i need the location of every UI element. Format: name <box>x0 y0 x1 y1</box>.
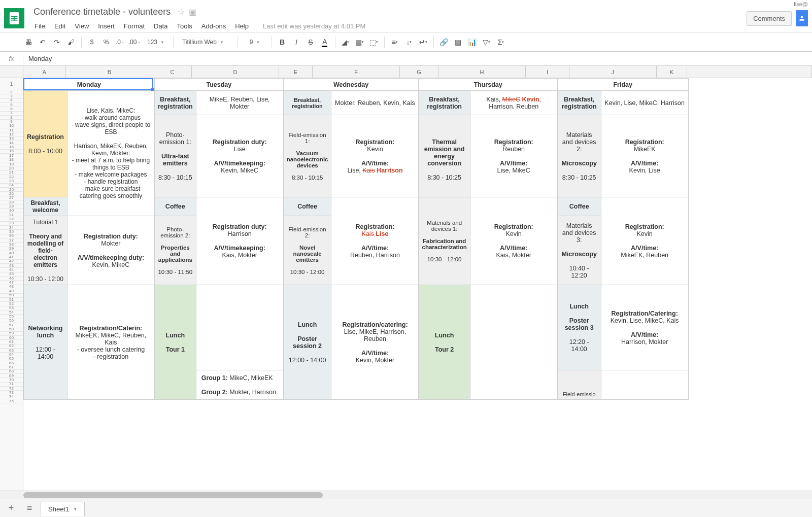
sheets-logo[interactable] <box>4 8 24 28</box>
strike-icon[interactable]: S <box>304 36 317 48</box>
bold-icon[interactable]: B <box>276 36 288 48</box>
comments-button[interactable]: Comments <box>747 11 792 26</box>
dec-increase-btn[interactable]: .00→ <box>128 36 141 48</box>
cell-thu-empty[interactable] <box>470 285 557 400</box>
cell-mon-notes[interactable]: Lise, Kais, MikeC: - walk around campus … <box>67 91 154 216</box>
paint-format-icon[interactable]: 🖌 <box>65 36 77 48</box>
add-sheet-icon[interactable]: + <box>4 501 18 515</box>
halign-icon[interactable]: ≡▾ <box>389 36 401 48</box>
cell-thu-sess1[interactable]: Thermal emission and energy conversion8:… <box>419 115 470 197</box>
valign-icon[interactable]: ↓▾ <box>403 36 415 48</box>
functions-icon[interactable]: Σ▾ <box>495 36 507 48</box>
text-color-icon[interactable]: A <box>319 36 331 48</box>
menu-view[interactable]: View <box>71 20 93 32</box>
cell-wed-breakfast-people[interactable]: Mokter, Reuben, Kevin, Kais <box>331 91 419 115</box>
menu-data[interactable]: Data <box>150 20 172 32</box>
cell-fri-sess1[interactable]: Materials and devices 2:Microscopy8:30 -… <box>557 115 601 197</box>
cell-fri-sess1-people[interactable]: Registration:MikeEKA/V/time:Kevin, Lise <box>601 115 688 197</box>
col-header-G[interactable]: G <box>400 66 438 78</box>
cell-thu-lunch[interactable]: LunchTour 2 <box>419 285 470 400</box>
cell-tue-sess2-people[interactable]: Registration duty:HarrisonA/V/timekeepin… <box>196 197 283 285</box>
cell-wed-sess2-people[interactable]: Registration:Kais LiseA/V/time:Reuben, H… <box>331 197 419 285</box>
cell-thu-sess1-people[interactable]: Registration:ReubenA/V/time:Lise, MikeC <box>470 115 557 197</box>
fill-color-icon[interactable]: ◢▾ <box>340 36 352 48</box>
font-select[interactable]: Titillium Web▼ <box>178 38 233 46</box>
cell-thu-sess2[interactable]: Materials and devices 1:Fabrication and … <box>419 197 470 285</box>
menu-insert[interactable]: Insert <box>94 20 119 32</box>
link-icon[interactable]: 🔗 <box>438 36 450 48</box>
select-all-corner[interactable] <box>0 66 23 78</box>
cell-fri-sess2[interactable]: Materials and devices 3:Microscopy10:40 … <box>557 216 601 285</box>
formula-input[interactable]: Monday <box>23 55 812 62</box>
col-header-C[interactable]: C <box>153 66 192 78</box>
col-header-J[interactable]: J <box>569 66 657 78</box>
cell-fri-coffee[interactable]: Coffee <box>557 197 601 216</box>
menu-addons[interactable]: Add-ons <box>197 20 230 32</box>
currency-btn[interactable]: $ <box>86 36 98 48</box>
cell-tue-sess1-people[interactable]: Registration duty:LiseA/V/timekeeping:Ke… <box>196 115 283 197</box>
percent-btn[interactable]: % <box>100 36 112 48</box>
cell-wed-sess2[interactable]: Field-emission 2:Novel nanoscale emitter… <box>283 216 331 285</box>
day-header-tue[interactable]: Tuesday <box>154 79 283 91</box>
row-headers[interactable]: 1234567891011121314151617181920212223242… <box>0 66 23 491</box>
row-header-75[interactable]: 75 <box>0 399 23 403</box>
cell-wed-lunch[interactable]: LunchPoster session 212:00 - 14:00 <box>283 285 331 400</box>
menu-edit[interactable]: Edit <box>50 20 70 32</box>
col-header-K[interactable]: K <box>657 66 687 78</box>
cell-mon-breakfast[interactable]: Breakfast, welcome <box>24 197 67 216</box>
menu-file[interactable]: File <box>30 20 49 32</box>
cell-tue-breakfast-people[interactable]: MikeE, Reuben, Lise, Mokter <box>196 91 283 115</box>
col-header-A[interactable]: A <box>23 66 66 78</box>
cell-tue-sess2[interactable]: Photo-emission 2:Properties and applicat… <box>154 216 196 285</box>
col-header-I[interactable]: I <box>526 66 569 78</box>
cell-fri-sess2-people[interactable]: Registration:KevinA/V/time:MikeEK, Reube… <box>601 197 688 285</box>
cell-wed-breakfast[interactable]: Breakfast, registration <box>283 91 331 115</box>
cell-tue-groups[interactable]: Group 1: MikeC, MikeEKGroup 2: Mokter, H… <box>196 370 283 400</box>
doc-title[interactable]: Conference timetable - volunteers <box>30 6 174 18</box>
day-header-thu[interactable]: Thursday <box>419 79 557 91</box>
cell-fri-lunch[interactable]: LunchPoster session 312:20 - 14:00 <box>557 285 601 370</box>
cell-fri-breakfast-people[interactable]: Kevin, Lise, MikeC, Harrison <box>601 91 688 115</box>
day-header-wed[interactable]: Wednesday <box>283 79 419 91</box>
star-icon[interactable]: ☆ <box>178 7 185 17</box>
col-header-D[interactable]: D <box>192 66 279 78</box>
cell-wed-coffee[interactable]: Coffee <box>283 197 331 216</box>
merge-icon[interactable]: ⬚▾ <box>368 36 380 48</box>
redo-icon[interactable]: ↷ <box>51 36 63 48</box>
menu-help[interactable]: Help <box>231 20 253 32</box>
sheet-tab-1[interactable]: Sheet1▼ <box>41 502 85 516</box>
cell-tue-coffee[interactable]: Coffee <box>154 197 196 216</box>
print-icon[interactable]: 🖶 <box>22 36 35 48</box>
row-header-1[interactable]: 1 <box>0 78 23 90</box>
col-header-B[interactable]: B <box>66 66 153 78</box>
comment-icon[interactable]: ▤ <box>452 36 464 48</box>
col-header-F[interactable]: F <box>313 66 400 78</box>
num-format-select[interactable]: 123▼ <box>143 38 169 46</box>
cell-thu-breakfast-people[interactable]: Kais, MikeC Kevin, Harrison, Reuben <box>470 91 557 115</box>
cell-fri-lunch-people[interactable]: Registration/Catering:Kevin, Lise, MikeC… <box>601 285 688 370</box>
cell-tue-breakfast[interactable]: Breakfast, registration <box>154 91 196 115</box>
cell-wed-sess1[interactable]: Field-emission 1:Vacuum nanoelectronic d… <box>283 115 331 197</box>
font-size-select[interactable]: 9▼ <box>242 38 267 46</box>
menu-format[interactable]: Format <box>120 20 149 32</box>
cell-mon-tutorial[interactable]: Tutorial 1Theory and modelling of field-… <box>24 216 67 285</box>
wrap-icon[interactable]: ↵▾ <box>417 36 429 48</box>
cell-mon-reg[interactable]: Registration8:00 - 10:00 <box>24 91 67 197</box>
borders-icon[interactable]: ▦▾ <box>354 36 366 48</box>
column-headers[interactable]: ABCDEFGHIJK <box>23 66 812 78</box>
cell-thu-sess2-people[interactable]: Registration:KevinA/V/time:Kais, Mokter <box>470 197 557 285</box>
all-sheets-icon[interactable]: ≡ <box>22 501 37 515</box>
share-button[interactable] <box>796 10 808 26</box>
cell-thu-breakfast[interactable]: Breakfast, registration <box>419 91 470 115</box>
cell-wed-lunch-people[interactable]: Registration/catering:Lise, MikeE, Harri… <box>331 285 419 400</box>
dec-decrease-btn[interactable]: .0← <box>114 36 126 48</box>
cell-tue-lunch[interactable]: LunchTour 1 <box>154 285 196 400</box>
cell-fri-next-empty[interactable] <box>601 370 688 400</box>
cell-fri-next[interactable]: Field-emissio <box>557 370 601 400</box>
col-header-E[interactable]: E <box>279 66 313 78</box>
cell-tue-sess1[interactable]: Photo-emission 1:Ultra-fast emitters8:30… <box>154 115 196 197</box>
cell-tue-empty[interactable] <box>196 285 283 370</box>
cell-mon-lunch[interactable]: Networking lunch12:00 - 14:00 <box>24 285 67 400</box>
cell-mon-tutorial-people[interactable]: Registration duty:MokterA/V/timekeeping … <box>67 216 154 285</box>
folder-icon[interactable]: ▣ <box>189 7 196 17</box>
